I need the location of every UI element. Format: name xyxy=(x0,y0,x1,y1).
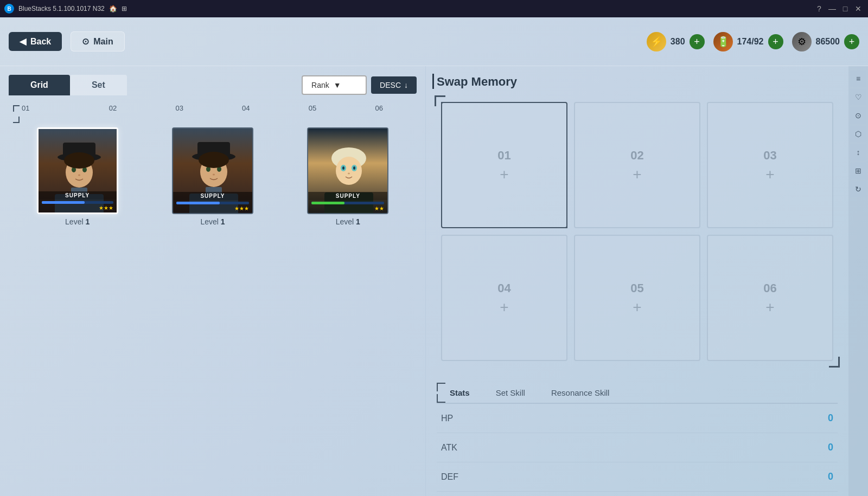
close-button[interactable]: ✕ xyxy=(853,3,864,14)
memory-slot-6[interactable]: 06 + xyxy=(707,235,833,361)
currency-group-2: 🔋 174/92 + xyxy=(713,32,783,51)
level-text-1: Level 1 xyxy=(65,217,90,226)
sidebar-btn-7[interactable]: ↻ xyxy=(850,181,866,197)
main-circle-icon: ⊙ xyxy=(82,36,89,47)
gold-icon: ⚡ xyxy=(647,32,666,51)
svg-point-7 xyxy=(64,152,94,169)
list-item: 01 ATK xyxy=(148,127,277,226)
list-item: 01 ATK xyxy=(284,127,412,226)
slot-plus-1: + xyxy=(500,167,508,182)
left-panel: Grid Set Rank ▼ DESC ↓ xyxy=(0,66,426,496)
window-controls: ? — □ ✕ xyxy=(814,3,864,14)
back-label: Back xyxy=(30,37,51,47)
tab-set[interactable]: Set xyxy=(70,75,127,95)
card-label-3: SUPPLY xyxy=(308,192,387,200)
sidebar-btn-6[interactable]: ⊞ xyxy=(850,163,866,179)
stats-list: HP 0 ATK 0 DEF 0 CRIT xyxy=(437,404,838,496)
col-header-03: 03 xyxy=(146,104,213,112)
sidebar-btn-1[interactable]: ≡ xyxy=(850,70,866,87)
svg-point-27 xyxy=(348,173,350,175)
memory-slots-container: 01 + 02 + 03 + 04 xyxy=(437,98,838,365)
level-num-2: 1 xyxy=(221,217,225,226)
character-card-2[interactable]: 01 ATK xyxy=(172,127,253,214)
stat-row-crit: CRIT 0 xyxy=(437,492,838,496)
stat-row-atk: ATK 0 xyxy=(437,433,838,462)
title-bar: B BlueStacks 5.1.100.1017 N32 🏠 ⊞ ? — □ … xyxy=(0,0,868,17)
currency-group-3: ⚙ 86500 + xyxy=(792,32,860,51)
card-bar-area-2: ★★★ xyxy=(173,200,252,213)
memory-slot-5[interactable]: 05 + xyxy=(574,235,700,361)
bracket-tl xyxy=(13,105,20,112)
card-label-2: SUPPLY xyxy=(173,192,252,200)
col-header-05: 05 xyxy=(279,104,346,112)
character-card-1[interactable]: 01 ATK xyxy=(37,127,118,214)
stat-value-hp: 0 xyxy=(828,413,833,424)
card-bar-area-3: ★★ xyxy=(308,200,387,213)
column-headers: 01 02 03 04 05 06 xyxy=(9,104,417,112)
slot1-bracket-tl xyxy=(441,102,450,111)
tab-set-skill[interactable]: Set Skill xyxy=(483,383,538,403)
sort-controls: Rank ▼ DESC ↓ xyxy=(302,75,417,95)
stat-name-atk: ATK xyxy=(441,443,457,453)
stat-row-def: DEF 0 xyxy=(437,462,838,492)
stats-bracket-tl xyxy=(437,383,445,391)
tab-bar: Grid Set Rank ▼ DESC ↓ xyxy=(9,75,417,95)
currency1-add-button[interactable]: + xyxy=(690,34,705,49)
sidebar-btn-3[interactable]: ⊙ xyxy=(850,107,866,124)
minimize-button[interactable]: — xyxy=(827,3,838,14)
top-nav: ◀ Back ⊙ Main ⚡ 380 + 🔋 174/92 + ⚙ 86500… xyxy=(0,17,868,66)
card-bar-2 xyxy=(176,202,249,204)
col-header-06: 06 xyxy=(346,104,412,112)
stat-value-def: 0 xyxy=(828,471,833,482)
main-button[interactable]: ⊙ Main xyxy=(71,31,124,51)
memory-slot-2[interactable]: 02 + xyxy=(574,102,700,228)
app-title: BlueStacks 5.1.100.1017 N32 xyxy=(18,5,105,12)
stats-tabs: Stats Set Skill Resonance Skill xyxy=(437,383,838,404)
bluestacks-logo: B xyxy=(4,4,14,14)
card-bar-fill-1 xyxy=(42,201,85,204)
energy-icon: 🔋 xyxy=(713,32,733,51)
slot-plus-5: + xyxy=(633,300,641,315)
slot1-bracket-br xyxy=(559,220,567,228)
bracket-bl xyxy=(13,117,20,123)
col-header-04: 04 xyxy=(213,104,279,112)
svg-point-25 xyxy=(342,166,344,170)
stats-bracket-br xyxy=(437,394,445,403)
tab-resonance-skill[interactable]: Resonance Skill xyxy=(538,383,623,403)
card-bar-1 xyxy=(42,201,113,204)
sidebar-btn-4[interactable]: ⬡ xyxy=(850,126,866,142)
sort-label: Rank xyxy=(311,81,329,89)
currency2-value: 174/92 xyxy=(737,37,764,47)
sidebar-btn-5[interactable]: ↕ xyxy=(850,144,866,160)
currency2-add-button[interactable]: + xyxy=(768,34,783,49)
currency3-add-button[interactable]: + xyxy=(844,34,859,49)
sort-order-label: DESC xyxy=(380,81,401,89)
stat-row-hp: HP 0 xyxy=(437,404,838,433)
stat-value-atk: 0 xyxy=(828,442,833,453)
level-text-2: Level 1 xyxy=(200,217,225,226)
app-area: ◀ Back ⊙ Main ⚡ 380 + 🔋 174/92 + ⚙ 86500… xyxy=(0,17,868,496)
help-button[interactable]: ? xyxy=(814,3,825,14)
slot-plus-6: + xyxy=(765,300,774,315)
currency-group-1: ⚡ 380 + xyxy=(647,32,705,51)
list-item: 01 ATK xyxy=(13,127,142,226)
level-num-3: 1 xyxy=(356,217,360,226)
maximize-button[interactable]: □ xyxy=(840,3,851,14)
memory-slot-4[interactable]: 04 + xyxy=(441,235,567,361)
character-grid: 01 ATK xyxy=(9,123,417,230)
memory-slot-3[interactable]: 03 + xyxy=(707,102,833,228)
character-card-3[interactable]: 01 ATK xyxy=(307,127,388,214)
memory-slot-1[interactable]: 01 + xyxy=(441,102,567,228)
card-bar-fill-2 xyxy=(176,202,220,204)
sort-select[interactable]: Rank ▼ xyxy=(302,75,367,95)
slot-number-5: 05 xyxy=(630,281,643,295)
currency1-value: 380 xyxy=(671,37,685,47)
card-bar-area-1: ★★★ xyxy=(39,199,117,212)
tab-grid[interactable]: Grid xyxy=(9,75,70,95)
sidebar-btn-2[interactable]: ♡ xyxy=(850,89,866,105)
card-stars-1: ★★★ xyxy=(42,205,113,211)
sort-order-button[interactable]: DESC ↓ xyxy=(371,76,417,94)
card-stars-2: ★★★ xyxy=(176,205,249,211)
svg-point-26 xyxy=(353,166,355,170)
back-button[interactable]: ◀ Back xyxy=(9,32,62,51)
